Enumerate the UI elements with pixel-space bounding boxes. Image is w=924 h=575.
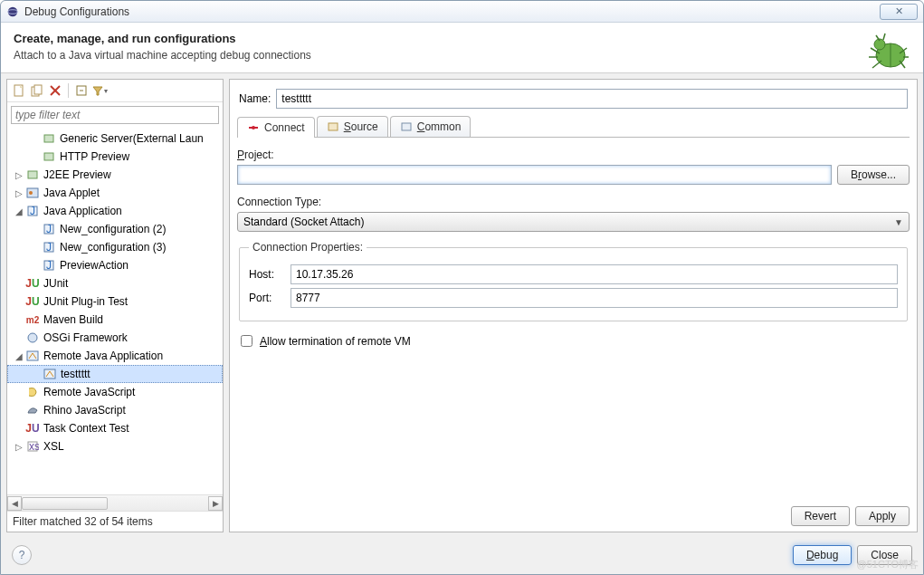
filter-menu-button[interactable]: ▾ — [91, 82, 108, 99]
tree-toolbar: ▾ — [7, 80, 223, 102]
chevron-down-icon: ▼ — [894, 217, 903, 227]
duplicate-config-button[interactable] — [29, 82, 45, 99]
svg-text:J: J — [46, 223, 52, 235]
config-tree[interactable]: Generic Server(External LaunHTTP Preview… — [7, 128, 223, 494]
connection-type-value: Standard (Socket Attach) — [243, 216, 364, 228]
tree-item-label: Java Application — [43, 205, 122, 217]
tab-label: Connect — [264, 121, 305, 134]
browse-button[interactable]: Browse... — [837, 165, 910, 185]
filter-input[interactable] — [11, 106, 219, 124]
config-tabs: ConnectSourceCommon — [237, 116, 910, 138]
server-icon — [42, 149, 56, 164]
tree-item[interactable]: ▷J2EE Preview — [7, 166, 223, 184]
tree-twisty[interactable]: ◢ — [13, 206, 25, 216]
maven-icon: m2 — [25, 312, 40, 327]
tree-twisty[interactable]: ▷ — [13, 442, 25, 452]
debug-bug-icon — [863, 30, 914, 76]
scrollbar-thumb[interactable] — [22, 497, 108, 510]
tree-item[interactable]: Remote JavaScript — [7, 383, 223, 401]
tree-item[interactable]: Generic Server(External Laun — [7, 129, 223, 148]
tree-item-label: HTTP Preview — [60, 150, 129, 163]
tab-source[interactable]: Source — [317, 116, 388, 137]
tree-item[interactable]: JUJUnit — [7, 274, 223, 292]
scroll-right-arrow[interactable]: ▶ — [208, 496, 223, 511]
tree-item[interactable]: ▷Java Applet — [7, 184, 223, 202]
collapse-all-button[interactable] — [73, 82, 90, 99]
scroll-left-arrow[interactable]: ◀ — [7, 496, 22, 511]
tree-item-label: Generic Server(External Laun — [60, 132, 204, 145]
svg-rect-40 — [329, 123, 338, 130]
svg-line-8 — [872, 61, 881, 68]
name-label: Name: — [239, 92, 271, 105]
tree-item[interactable]: JPreviewAction — [7, 256, 223, 274]
filter-status: Filter matched 32 of 54 items — [7, 511, 223, 532]
new-config-button[interactable] — [11, 82, 27, 99]
tree-twisty[interactable]: ▷ — [13, 188, 25, 198]
tree-item[interactable]: ▷xslXSL — [7, 437, 223, 455]
allow-terminate-checkbox[interactable] — [241, 335, 252, 347]
connection-type-select[interactable]: Standard (Socket Attach) ▼ — [237, 212, 910, 232]
svg-line-13 — [883, 34, 885, 40]
tab-label: Common — [417, 120, 462, 133]
tab-common[interactable]: Common — [390, 116, 472, 137]
junit-plugin-icon: JU — [25, 294, 40, 309]
tree-item[interactable]: ◢Remote Java Application — [7, 347, 223, 365]
header-subtitle: Attach to a Java virtual machine accepti… — [14, 49, 910, 62]
connection-properties-label: Connection Properties: — [249, 241, 367, 254]
connection-type-label: Connection Type: — [237, 196, 910, 208]
svg-point-34 — [28, 333, 37, 342]
delete-config-button[interactable] — [47, 82, 63, 99]
eclipse-icon — [6, 5, 19, 18]
connection-properties-group: Connection Properties: Host: Port: — [239, 241, 908, 321]
debug-button[interactable]: Debug — [793, 545, 852, 565]
tree-item[interactable]: testtttt — [7, 365, 223, 383]
tree-item[interactable]: JNew_configuration (3) — [7, 238, 223, 256]
config-tree-pane: ▾ Generic Server(External LaunHTTP Previ… — [6, 79, 224, 532]
horizontal-scrollbar[interactable]: ◀ ▶ — [7, 494, 223, 511]
tree-item-label: Task Context Test — [43, 422, 129, 435]
tree-item[interactable]: HTTP Preview — [7, 148, 223, 166]
name-input[interactable] — [276, 89, 908, 109]
java-app-icon: J — [42, 258, 56, 273]
source-icon — [327, 120, 339, 133]
revert-button[interactable]: Revert — [791, 506, 850, 526]
svg-text:J: J — [30, 205, 35, 217]
port-input[interactable] — [291, 288, 898, 308]
help-button[interactable]: ? — [12, 545, 32, 565]
java-app-icon: J — [42, 240, 56, 254]
tree-item[interactable]: JUJUnit Plug-in Test — [7, 292, 223, 311]
connect-icon — [247, 121, 260, 134]
applet-icon — [25, 186, 40, 200]
tree-twisty[interactable]: ▷ — [13, 170, 25, 180]
junit-icon: JU — [25, 276, 40, 291]
svg-rect-21 — [44, 135, 53, 142]
svg-text:J: J — [46, 241, 52, 254]
close-window-button[interactable]: ✕ — [880, 4, 918, 20]
allow-terminate-label: Allow termination of remote VM — [260, 335, 411, 348]
tree-item-label: Rhino JavaScript — [43, 404, 126, 417]
dialog-bottom-bar: ? Debug Close — [1, 538, 923, 574]
svg-rect-22 — [44, 153, 53, 160]
host-input[interactable] — [291, 264, 898, 284]
apply-button[interactable]: Apply — [855, 506, 910, 526]
tree-item-label: New_configuration (2) — [60, 223, 166, 235]
remote-java-icon — [25, 349, 40, 363]
tab-label: Source — [344, 120, 378, 133]
header-title: Create, manage, and run configurations — [14, 32, 910, 45]
config-form-pane: Name: ConnectSourceCommon Project: Brows… — [229, 79, 918, 532]
project-input[interactable] — [237, 165, 832, 185]
tree-item[interactable]: ◢JJava Application — [7, 202, 223, 220]
tree-twisty[interactable]: ◢ — [13, 351, 25, 361]
tree-item[interactable]: m2Maven Build — [7, 311, 223, 329]
tree-item[interactable]: JNew_configuration (2) — [7, 220, 223, 238]
watermark: @51CTO博客 — [857, 558, 919, 571]
server-icon — [25, 168, 40, 182]
remote-java-icon — [43, 367, 57, 381]
tree-item[interactable]: JUTask Context Test — [7, 419, 223, 437]
common-icon — [400, 120, 413, 133]
svg-rect-16 — [34, 85, 42, 94]
tree-item[interactable]: OSGi Framework — [7, 329, 223, 347]
tree-item[interactable]: Rhino JavaScript — [7, 401, 223, 419]
project-label: Project: — [237, 149, 910, 161]
tab-connect[interactable]: Connect — [237, 117, 315, 138]
